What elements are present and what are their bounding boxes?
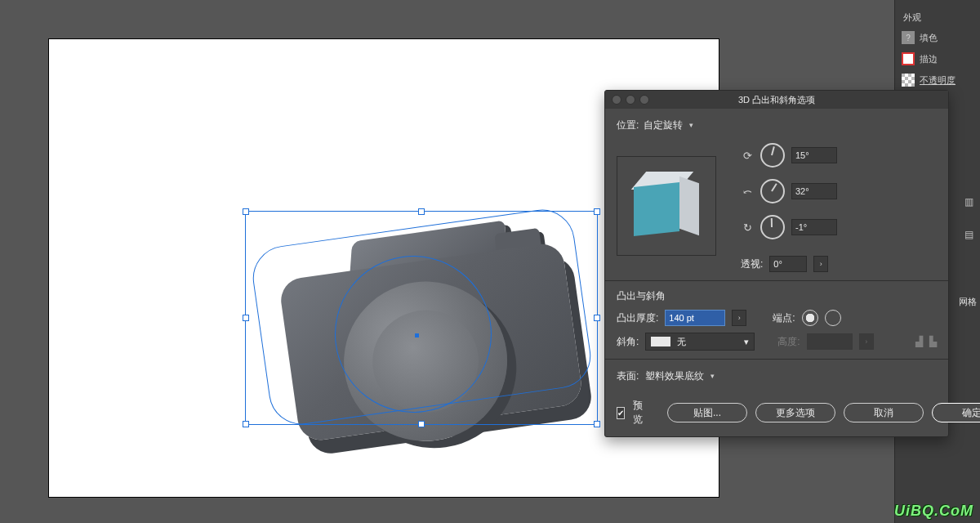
bevel-height-stepper: ›: [859, 333, 874, 350]
rotation-inputs: ⟳ ⤺ ↻ 透视: ›: [741, 143, 837, 272]
selection-handle[interactable]: [594, 208, 600, 215]
dialog-footer: ✔ 预览 贴图... 更多选项 取消 确定: [605, 392, 948, 436]
surface-select[interactable]: 塑料效果底纹: [645, 368, 715, 384]
rotation-z-input[interactable]: [791, 219, 837, 235]
rotation-x-input[interactable]: [791, 147, 837, 163]
rotate-x-icon: ⟳: [741, 150, 754, 162]
surface-value: 塑料效果底纹: [645, 369, 704, 383]
rotate-z-icon: ↻: [741, 221, 754, 234]
dock-icon[interactable]: ▥: [964, 196, 973, 208]
opacity-swatch-icon[interactable]: [902, 74, 915, 87]
cube-face-front: [634, 182, 679, 236]
bevel-select[interactable]: 无 ▾: [645, 333, 755, 351]
cube-face-side: [679, 177, 699, 236]
window-min-dot[interactable]: [626, 95, 635, 105]
extrude-depth-label: 凸出厚度:: [617, 311, 658, 325]
bevel-height-label: 高度:: [777, 335, 800, 349]
rotation-x-row: ⟳: [741, 143, 837, 168]
rotation-z-dial[interactable]: [760, 215, 785, 239]
extrude-depth-row: 凸出厚度: › 端点:: [617, 310, 937, 326]
rotate-y-icon: ⤺: [741, 186, 754, 198]
appearance-stroke-row[interactable]: 描边: [895, 48, 980, 69]
selection-handle[interactable]: [243, 315, 249, 321]
perspective-input[interactable]: [769, 256, 807, 272]
dialog-titlebar[interactable]: 3D 凸出和斜角选项: [605, 91, 948, 109]
dialog-title: 3D 凸出和斜角选项: [738, 94, 815, 106]
window-close-dot[interactable]: [612, 95, 621, 105]
stroke-label: 描边: [920, 53, 938, 65]
camera-illustration: [246, 180, 620, 471]
cap-solid-button[interactable]: [802, 310, 818, 326]
perspective-stepper[interactable]: ›: [813, 256, 828, 272]
bevel-preview-icon: [651, 337, 670, 346]
surface-label: 表面:: [617, 369, 639, 383]
dialog-3d-extrude-bevel[interactable]: 3D 凸出和斜角选项 位置: 自定旋转 ⟳: [604, 90, 949, 437]
fill-label: 填色: [920, 32, 938, 44]
ok-button[interactable]: 确定: [932, 403, 980, 422]
separator: [605, 359, 948, 360]
selection-handle[interactable]: [243, 208, 249, 215]
rotation-y-input[interactable]: [791, 183, 837, 199]
bevel-row: 斜角: 无 ▾ 高度: › ▟ ▙: [617, 333, 937, 351]
separator: [605, 280, 948, 281]
window-max-dot[interactable]: [639, 95, 649, 105]
extrude-bevel-heading: 凸出与斜角: [617, 289, 937, 303]
appearance-opacity-row[interactable]: 不透明度: [895, 69, 980, 91]
rotation-x-dial[interactable]: [760, 143, 785, 168]
rotation-y-dial[interactable]: [760, 179, 785, 203]
bevel-label: 斜角:: [617, 335, 639, 349]
rotation-track-cube[interactable]: [617, 156, 716, 256]
position-label: 位置:: [617, 118, 639, 132]
fill-swatch-icon[interactable]: ?: [902, 31, 915, 44]
dock-icon[interactable]: ▤: [964, 229, 973, 240]
map-art-button[interactable]: 贴图...: [667, 403, 747, 422]
watermark: UiBQ.CoM: [894, 503, 973, 520]
peek-panel-label: 网格: [959, 296, 977, 308]
bevel-in-icon: ▟: [915, 336, 923, 347]
rotation-z-row: ↻: [741, 215, 837, 239]
rotation-y-row: ⤺: [741, 179, 837, 203]
preview-checkbox[interactable]: ✔: [617, 407, 625, 419]
extrude-depth-input[interactable]: [665, 310, 725, 326]
cancel-button[interactable]: 取消: [844, 403, 924, 422]
position-value: 自定旋转: [644, 118, 683, 132]
position-select[interactable]: 自定旋转: [644, 117, 693, 133]
cap-hollow-button[interactable]: [825, 310, 841, 326]
appearance-fill-row[interactable]: ? 填色: [895, 27, 980, 48]
preview-label[interactable]: 预览: [633, 399, 643, 427]
opacity-label: 不透明度: [920, 74, 956, 87]
stroke-swatch-icon[interactable]: [902, 52, 915, 65]
extrude-depth-stepper[interactable]: ›: [732, 310, 746, 326]
perspective-label: 透视:: [741, 257, 763, 271]
window-traffic-lights[interactable]: [612, 95, 649, 105]
cube-preview: [634, 173, 699, 239]
bevel-out-icon: ▙: [929, 336, 937, 347]
appearance-panel-title: 外观: [895, 8, 980, 27]
bevel-height-input: [807, 333, 853, 350]
surface-row: 表面: 塑料效果底纹: [617, 368, 937, 384]
position-row: 位置: 自定旋转: [617, 117, 937, 133]
cap-label: 端点:: [773, 311, 795, 325]
selection-handle[interactable]: [243, 421, 249, 427]
bevel-value: 无: [677, 336, 686, 348]
more-options-button[interactable]: 更多选项: [755, 403, 835, 422]
dropdown-icon: ▾: [744, 337, 749, 347]
right-dock-icons: ▥ ▤: [960, 196, 977, 240]
